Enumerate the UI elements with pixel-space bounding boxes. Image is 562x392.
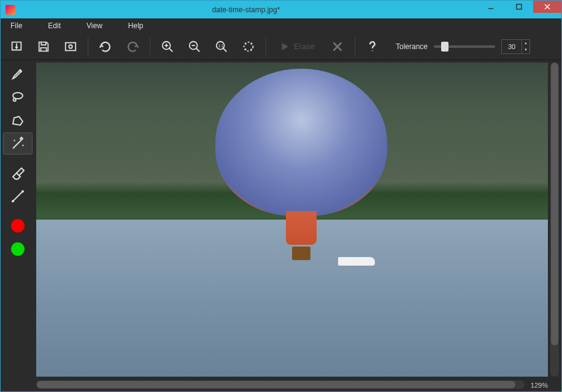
zoom-actual-button[interactable]: 1:1	[209, 36, 234, 58]
menu-view[interactable]: View	[87, 21, 102, 30]
svg-line-20	[13, 191, 23, 201]
image-balloon	[215, 69, 387, 271]
tolerance-slider[interactable]	[434, 45, 495, 48]
canvas-viewport[interactable]	[36, 63, 548, 377]
svg-line-7	[169, 48, 173, 52]
spinner-down-button[interactable]: ▼	[522, 47, 529, 53]
svg-point-21	[12, 200, 14, 202]
separator	[88, 37, 88, 56]
separator	[355, 37, 355, 56]
window-title: date-time-stamp.jpg*	[15, 6, 477, 14]
tolerance-control: Tolerance 30 ▲ ▼	[396, 39, 530, 54]
separator	[150, 37, 150, 56]
zoom-out-button[interactable]	[182, 36, 207, 58]
line-tool[interactable]	[3, 185, 33, 207]
vertical-scrollbar[interactable]	[550, 63, 559, 377]
svg-rect-4	[66, 42, 76, 50]
marker-tool[interactable]	[3, 63, 33, 85]
spinner-up-button[interactable]: ▲	[522, 40, 529, 47]
spacer	[3, 209, 34, 213]
undo-button[interactable]	[93, 36, 118, 58]
maximize-button[interactable]	[505, 1, 533, 13]
zoom-level: 129%	[531, 382, 548, 389]
canvas-area: 129%	[36, 60, 561, 391]
preview-button[interactable]	[58, 36, 83, 58]
polygon-tool[interactable]	[3, 109, 33, 131]
erase-button[interactable]: Erase	[271, 36, 323, 58]
magic-wand-tool[interactable]	[3, 133, 33, 155]
background-color[interactable]	[3, 238, 33, 260]
svg-point-22	[21, 190, 24, 193]
menu-edit[interactable]: Edit	[48, 21, 61, 30]
lasso-tool[interactable]	[3, 86, 33, 108]
scrollbar-thumb[interactable]	[37, 381, 515, 388]
toolbar: 1:1 Erase Tolerance 30 ▲ ▼	[1, 33, 561, 60]
image-boat	[338, 257, 375, 266]
app-icon	[6, 5, 15, 15]
svg-line-11	[196, 48, 200, 52]
titlebar: date-time-stamp.jpg*	[1, 1, 561, 18]
close-button[interactable]	[533, 1, 561, 13]
help-button[interactable]	[360, 36, 385, 58]
tolerance-value[interactable]: 30	[502, 40, 522, 53]
tolerance-label: Tolerance	[396, 42, 428, 51]
tool-sidebar	[1, 60, 36, 391]
menu-file[interactable]: File	[10, 21, 22, 30]
zoom-fit-button[interactable]	[236, 36, 261, 58]
slider-thumb[interactable]	[441, 42, 448, 52]
menu-help[interactable]: Help	[128, 21, 144, 30]
separator	[266, 37, 266, 56]
svg-line-14	[223, 48, 227, 52]
open-button[interactable]	[4, 36, 29, 58]
scrollbar-thumb[interactable]	[551, 63, 558, 345]
content-area: 129%	[1, 60, 561, 391]
cancel-button[interactable]	[325, 36, 350, 58]
play-icon	[279, 41, 290, 52]
redo-button[interactable]	[120, 36, 145, 58]
save-button[interactable]	[31, 36, 56, 58]
zoom-in-button[interactable]	[155, 36, 180, 58]
spacer	[3, 156, 34, 161]
image-content	[36, 63, 548, 377]
tolerance-spinner: 30 ▲ ▼	[501, 39, 530, 54]
menubar: File Edit View Help	[1, 18, 561, 33]
svg-point-5	[69, 45, 72, 48]
minimize-button[interactable]	[477, 1, 505, 13]
horizontal-scrollbar[interactable]	[36, 380, 525, 389]
eraser-tool[interactable]	[3, 162, 33, 184]
svg-point-19	[13, 93, 23, 99]
svg-text:1:1: 1:1	[218, 43, 224, 47]
app-window: date-time-stamp.jpg* File Edit View Help…	[0, 0, 562, 392]
color-swatch-green	[11, 242, 25, 256]
color-swatch-red	[11, 219, 25, 233]
foreground-color[interactable]	[3, 215, 33, 237]
erase-label: Erase	[294, 42, 315, 51]
app-body: File Edit View Help 1:1 Erase	[1, 18, 561, 391]
svg-rect-1	[517, 4, 522, 9]
